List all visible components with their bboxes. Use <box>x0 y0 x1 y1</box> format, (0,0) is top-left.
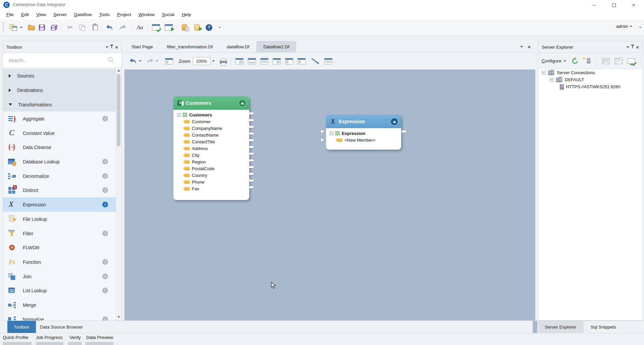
toolbox-item-filter[interactable]: Filteri <box>3 226 117 241</box>
scroll-up-icon[interactable] <box>117 69 120 71</box>
tab-dataflow[interactable]: dataflow.Df <box>220 41 256 52</box>
toolbox-section-sources[interactable]: Sources <box>3 68 117 83</box>
dataflow-canvas[interactable]: X Customers Customers Customer CompanyNa… <box>124 69 535 321</box>
field-row[interactable]: Fax <box>173 185 249 192</box>
output-port[interactable] <box>401 131 406 133</box>
menu-dataflow[interactable]: Dataflow <box>70 10 96 19</box>
tree-collapse-icon[interactable] <box>177 113 181 117</box>
output-port[interactable] <box>249 139 254 141</box>
tab-start-page[interactable]: Start Page <box>124 41 160 52</box>
menu-window[interactable]: Window <box>135 10 158 19</box>
customers-node[interactable]: X Customers Customers Customer CompanyNa… <box>173 96 249 200</box>
menu-file[interactable]: File <box>3 10 17 19</box>
expand-all-button[interactable] <box>297 57 307 65</box>
toolbox-item-list-lookup[interactable]: List Lookupi <box>3 283 117 298</box>
redo-button[interactable] <box>117 23 127 32</box>
collapse-node-button[interactable] <box>390 118 398 126</box>
toolbox-item-distinct[interactable]: Distincti <box>3 183 117 197</box>
customers-node-header[interactable]: X Customers <box>173 96 249 110</box>
scrollbar-thumb[interactable] <box>117 74 120 146</box>
scroll-down-icon[interactable] <box>117 316 120 318</box>
menu-social[interactable]: Social <box>158 10 178 19</box>
job-schedules-icon[interactable] <box>615 58 622 64</box>
collapse-node-button[interactable] <box>238 99 246 107</box>
auto-layout-vertical-button[interactable] <box>247 57 257 65</box>
menu-view[interactable]: View <box>33 10 50 19</box>
field-row[interactable]: Customer <box>173 118 249 125</box>
tab-dataflow2[interactable]: Dataflow2.Df <box>256 41 296 52</box>
toolbox-search-input[interactable] <box>8 56 103 65</box>
close-button[interactable]: × <box>626 0 641 10</box>
dock-tab-sql-snippets[interactable]: Sql Snippets <box>584 321 623 333</box>
undo-button[interactable] <box>105 23 115 32</box>
output-port[interactable] <box>249 146 254 148</box>
save-button[interactable] <box>38 23 46 32</box>
show-node-details-button[interactable] <box>259 57 269 65</box>
toolbox-item-expression[interactable]: Expressioni <box>3 197 117 212</box>
toolbox-scrollbar[interactable] <box>116 67 121 320</box>
menu-help[interactable]: Help <box>178 10 195 19</box>
menu-server[interactable]: Server <box>50 10 70 19</box>
toolbar-overflow[interactable] <box>217 23 222 32</box>
info-icon[interactable]: i <box>102 231 108 236</box>
input-port[interactable] <box>321 138 324 142</box>
customers-root-row[interactable]: Customers <box>173 111 249 118</box>
dock-tab-server-explorer[interactable]: Server Explorer <box>538 321 584 333</box>
dock-tab-data-source-browser[interactable]: Data Source Browser <box>34 321 89 333</box>
field-row[interactable]: PostalCode <box>173 165 249 172</box>
new-dropdown[interactable] <box>19 23 23 32</box>
output-port[interactable] <box>249 119 254 121</box>
toolbox-item-constant-value[interactable]: Constant Valuei <box>3 126 117 140</box>
server-explorer-close-icon[interactable]: × <box>636 45 639 50</box>
start-dataflow-button[interactable] <box>163 23 174 32</box>
status-job-progress[interactable]: Job Progress <box>36 335 63 340</box>
expression-node[interactable]: X Expression Expression <New Member> <box>326 115 401 150</box>
minimize-button[interactable] <box>586 0 602 10</box>
new-member-row[interactable]: <New Member> <box>326 137 401 143</box>
zoom-dropdown[interactable] <box>211 57 216 65</box>
canvas-redo-button[interactable] <box>145 57 155 65</box>
expression-node-header[interactable]: X Expression <box>326 115 401 128</box>
toolbox-item-aggregate[interactable]: Aggregatei <box>3 111 117 126</box>
refresh-icon[interactable] <box>572 58 578 64</box>
field-row[interactable]: Region <box>173 158 249 165</box>
configure-dropdown[interactable]: Configure <box>542 58 566 63</box>
tab-list-icon[interactable] <box>520 46 523 48</box>
status-quick-profile[interactable]: Quick Profile <box>3 335 29 340</box>
font-button[interactable]: Aa <box>135 23 145 32</box>
field-row[interactable]: ContactName <box>173 132 249 138</box>
info-icon[interactable]: i <box>102 202 108 207</box>
toolbox-item-file-lookup[interactable]: File Lookupi <box>3 212 117 226</box>
toolbox-item-function[interactable]: Functioni <box>3 255 117 269</box>
canvas-undo-button[interactable] <box>128 57 138 65</box>
new-button[interactable] <box>9 23 18 32</box>
tree-item-server-url[interactable]: HTTPS://ASTWKS251:9260 <box>538 83 642 90</box>
info-icon[interactable]: i <box>102 173 108 179</box>
tree-item-default[interactable]: DEFAULT <box>538 76 642 83</box>
auto-layout-horizontal-button[interactable] <box>234 57 245 65</box>
menu-tools[interactable]: Tools <box>95 10 113 19</box>
field-row[interactable]: Country <box>173 172 249 179</box>
info-icon[interactable]: i <box>102 274 108 279</box>
expression-root-row[interactable]: Expression <box>326 130 401 137</box>
field-row[interactable]: Address <box>173 145 249 152</box>
toolbar-options[interactable] <box>638 23 642 32</box>
server-properties-icon[interactable] <box>602 58 609 64</box>
output-port[interactable] <box>249 186 254 188</box>
menu-project[interactable]: Project <box>113 10 135 19</box>
add-server-icon[interactable]: ★ <box>584 58 591 64</box>
toolbox-item-database-lookup[interactable]: Database Lookupi <box>3 154 117 169</box>
save-all-button[interactable] <box>49 23 59 32</box>
toolbox-section-destinations[interactable]: Destinations <box>3 83 117 98</box>
output-port[interactable] <box>249 166 254 168</box>
paste-button[interactable] <box>91 23 99 32</box>
tree-collapse-icon[interactable] <box>330 132 333 135</box>
toolbox-pin-icon[interactable] <box>111 46 112 48</box>
toolbox-menu-icon[interactable] <box>106 46 108 48</box>
toolbox-item-denormalize[interactable]: Denormalizei <box>3 169 117 183</box>
tab-filter-transformation[interactable]: filter_transformation.Df <box>160 41 220 52</box>
push-job-button[interactable] <box>192 23 202 32</box>
tree-item-server-connections[interactable]: Server Connections <box>538 69 642 76</box>
preview-window-button[interactable] <box>164 57 174 65</box>
output-port[interactable] <box>249 173 254 175</box>
